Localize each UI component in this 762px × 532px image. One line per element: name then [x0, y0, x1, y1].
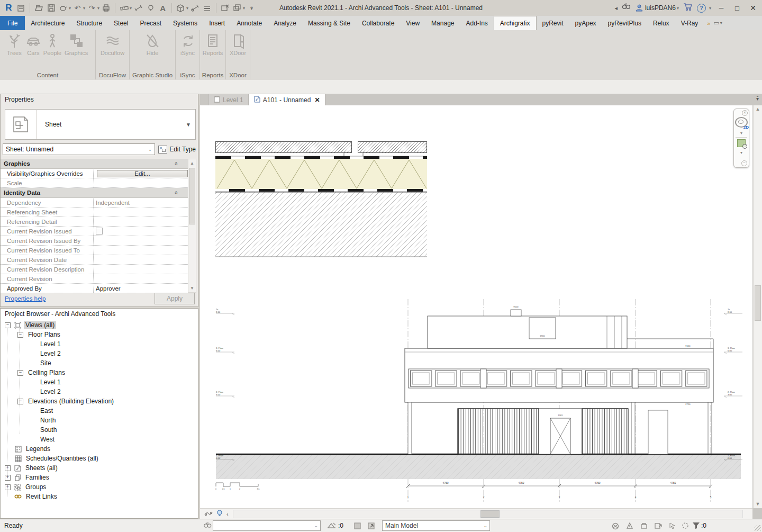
tab-precast[interactable]: Precast: [134, 16, 167, 30]
tab-structure[interactable]: Structure: [70, 16, 108, 30]
type-selector-dropdown-icon[interactable]: ▼: [186, 122, 195, 128]
thin-lines-icon[interactable]: [202, 2, 213, 14]
close-view-icon[interactable]: ✕: [314, 96, 320, 104]
reveal-constraints-icon[interactable]: [204, 509, 213, 519]
tab-pyrevit[interactable]: pyRevit: [537, 16, 569, 30]
properties-scrollbar[interactable]: ▲ ▼: [188, 159, 196, 293]
zoom-dropdown-icon[interactable]: ▾: [740, 150, 742, 155]
revit-logo-icon[interactable]: R: [3, 2, 14, 14]
3d-view-dropdown-icon[interactable]: ▾: [186, 6, 188, 11]
help-icon[interactable]: ?: [697, 4, 706, 13]
collapse-icon[interactable]: −: [17, 399, 23, 404]
property-row[interactable]: Current Revision Issued By: [1, 236, 189, 246]
save-icon[interactable]: [46, 2, 57, 14]
steering-wheel-icon[interactable]: 2D: [735, 117, 748, 128]
trees-button[interactable]: Trees: [5, 32, 23, 56]
tab-annotate[interactable]: Annotate: [231, 16, 268, 30]
tab-insert[interactable]: Insert: [203, 16, 231, 30]
navbar-close-icon[interactable]: ✕: [742, 110, 748, 116]
scrollbar-thumb[interactable]: [480, 510, 500, 518]
property-row[interactable]: Current Revision Description: [1, 265, 189, 274]
editable-only-icon[interactable]: [640, 520, 649, 531]
tree-item-west[interactable]: West: [1, 435, 198, 444]
zoom-tool-icon[interactable]: [737, 139, 746, 147]
property-row[interactable]: Approved By Approver: [1, 284, 189, 293]
tab-pyrevitplus[interactable]: pyRevitPlus: [602, 16, 647, 30]
tree-item-elevations[interactable]: −Elevations (Building Elevation): [1, 396, 198, 406]
collapse-icon[interactable]: −: [5, 322, 11, 328]
collapse-icon[interactable]: −: [17, 370, 23, 376]
docuflow-button[interactable]: Docuflow: [97, 32, 129, 56]
filter-icon[interactable]: [692, 520, 700, 531]
cars-button[interactable]: Cars: [24, 32, 42, 56]
canvas-vertical-scrollbar[interactable]: ▲ ▼: [753, 105, 762, 508]
tag-icon[interactable]: [145, 2, 156, 14]
minimize-button[interactable]: ─: [715, 4, 727, 12]
tree-item-ceiling-level-2[interactable]: Level 2: [1, 387, 198, 396]
property-row[interactable]: Referencing Detail: [1, 217, 189, 227]
tab-pyapex[interactable]: pyApex: [569, 16, 602, 30]
in-session-list-icon[interactable]: [625, 520, 634, 531]
section-identity-data[interactable]: Identity Data»: [1, 188, 189, 198]
collapse-icon[interactable]: −: [17, 332, 23, 338]
scroll-up-icon[interactable]: ▲: [188, 159, 196, 167]
scroll-up-icon[interactable]: ▲: [754, 105, 762, 113]
link-status-icon[interactable]: [654, 520, 663, 531]
scroll-down-icon[interactable]: ▼: [188, 284, 196, 292]
search-icon[interactable]: [622, 3, 631, 13]
tree-item-level-2[interactable]: Level 2: [1, 349, 198, 358]
maximize-button[interactable]: □: [731, 4, 743, 12]
file-properties-icon[interactable]: [15, 2, 26, 14]
exclude-options-icon[interactable]: [353, 520, 362, 531]
tree-item-families[interactable]: + Families: [1, 473, 198, 482]
wheel-dropdown-icon[interactable]: ▾: [740, 131, 742, 136]
tree-item-groups[interactable]: + Groups: [1, 482, 198, 492]
help-dropdown-icon[interactable]: ▾: [709, 6, 711, 11]
edit-type-button[interactable]: Edit Type: [157, 146, 197, 154]
redo-icon[interactable]: ↷: [86, 2, 97, 14]
collapse-search-icon[interactable]: ◂: [614, 5, 618, 12]
tree-item-site[interactable]: Site: [1, 358, 198, 368]
sheet-view[interactable]: 9000 6900 9120 2720 1981 Ta8.60 3. Floor…: [200, 105, 752, 508]
open-icon[interactable]: [33, 2, 44, 14]
scrollbar-thumb[interactable]: [189, 168, 195, 224]
tab-add-ins[interactable]: Add-Ins: [460, 16, 493, 30]
design-options-icon[interactable]: [327, 520, 336, 531]
switch-windows-icon[interactable]: [232, 2, 243, 14]
text-icon[interactable]: A: [157, 2, 168, 14]
ribbon-state-toggle-icon[interactable]: ▭▾: [713, 20, 722, 26]
canvas-horizontal-scrollbar[interactable]: [233, 510, 743, 518]
tree-item-level-1[interactable]: Level 1: [1, 339, 198, 349]
close-button[interactable]: ✕: [747, 4, 759, 12]
apply-button[interactable]: Apply: [155, 293, 195, 304]
user-account[interactable]: luisPDAN6 ▾: [636, 4, 679, 12]
print-icon[interactable]: [101, 2, 112, 14]
tree-item-floor-plans[interactable]: −Floor Plans: [1, 330, 198, 339]
worksets-icon[interactable]: [203, 520, 212, 531]
graphics-button[interactable]: Graphics: [62, 32, 90, 56]
combo-chevron-icon[interactable]: ⌄: [314, 523, 320, 528]
isync-button[interactable]: iSync: [177, 32, 199, 56]
tab-massing-site[interactable]: Massing & Site: [302, 16, 356, 30]
expand-icon[interactable]: +: [5, 475, 11, 481]
measure-dropdown-icon[interactable]: ▾: [130, 6, 132, 11]
aligned-dimension-icon[interactable]: [133, 2, 144, 14]
measure-icon[interactable]: [119, 2, 130, 14]
user-dropdown-icon[interactable]: ▾: [677, 6, 679, 11]
scroll-left-icon[interactable]: ‹: [226, 511, 229, 517]
reports-button[interactable]: Reports: [201, 32, 225, 56]
tree-item-north[interactable]: North: [1, 416, 198, 425]
customize-qat-icon[interactable]: ▾̄: [246, 2, 257, 14]
scroll-down-icon[interactable]: ▼: [754, 500, 762, 508]
property-row[interactable]: Current Revision Issued To: [1, 246, 189, 255]
xdoor-button[interactable]: XDoor: [227, 32, 249, 56]
tree-item-sheets[interactable]: + Sheets (all): [1, 463, 198, 473]
render-icon[interactable]: [58, 2, 69, 14]
tab-manage[interactable]: Manage: [425, 16, 460, 30]
hide-button[interactable]: Hide: [135, 32, 169, 56]
tree-item-east[interactable]: East: [1, 406, 198, 416]
collapse-section-icon[interactable]: »: [173, 191, 179, 194]
tab-view[interactable]: View: [400, 16, 425, 30]
view-tab-level-1[interactable]: Level 1: [208, 94, 249, 105]
select-toggle-icon[interactable]: [668, 520, 676, 531]
